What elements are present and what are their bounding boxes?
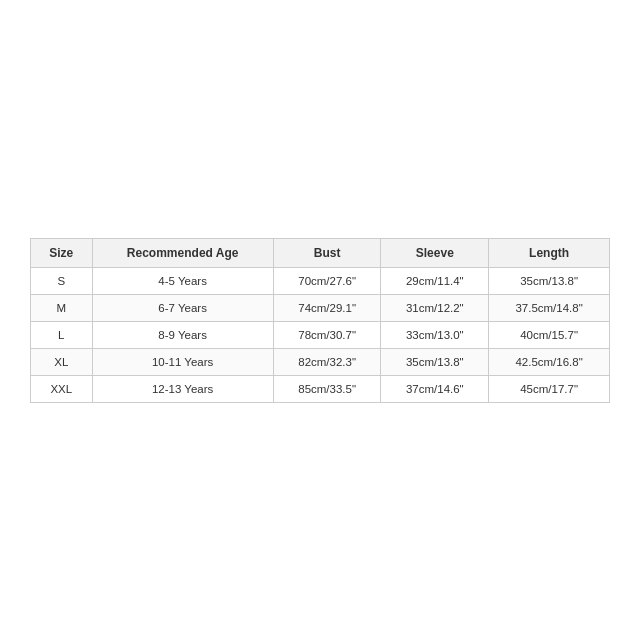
cell-length: 40cm/15.7" bbox=[489, 321, 610, 348]
cell-bust: 82cm/32.3" bbox=[273, 348, 381, 375]
cell-size: M bbox=[31, 294, 93, 321]
cell-size: XXL bbox=[31, 375, 93, 402]
table-header-row: Size Recommended Age Bust Sleeve Length bbox=[31, 238, 610, 267]
table-row: M6-7 Years74cm/29.1"31cm/12.2"37.5cm/14.… bbox=[31, 294, 610, 321]
cell-age: 6-7 Years bbox=[92, 294, 273, 321]
cell-bust: 70cm/27.6" bbox=[273, 267, 381, 294]
cell-bust: 85cm/33.5" bbox=[273, 375, 381, 402]
cell-sleeve: 33cm/13.0" bbox=[381, 321, 489, 348]
cell-age: 12-13 Years bbox=[92, 375, 273, 402]
cell-sleeve: 29cm/11.4" bbox=[381, 267, 489, 294]
size-chart-container: Size Recommended Age Bust Sleeve Length … bbox=[30, 238, 610, 403]
header-sleeve: Sleeve bbox=[381, 238, 489, 267]
header-length: Length bbox=[489, 238, 610, 267]
header-size: Size bbox=[31, 238, 93, 267]
table-row: XL10-11 Years82cm/32.3"35cm/13.8"42.5cm/… bbox=[31, 348, 610, 375]
cell-age: 4-5 Years bbox=[92, 267, 273, 294]
cell-size: S bbox=[31, 267, 93, 294]
cell-length: 45cm/17.7" bbox=[489, 375, 610, 402]
header-age: Recommended Age bbox=[92, 238, 273, 267]
table-row: XXL12-13 Years85cm/33.5"37cm/14.6"45cm/1… bbox=[31, 375, 610, 402]
cell-size: L bbox=[31, 321, 93, 348]
cell-age: 8-9 Years bbox=[92, 321, 273, 348]
table-row: S4-5 Years70cm/27.6"29cm/11.4"35cm/13.8" bbox=[31, 267, 610, 294]
table-row: L8-9 Years78cm/30.7"33cm/13.0"40cm/15.7" bbox=[31, 321, 610, 348]
cell-bust: 78cm/30.7" bbox=[273, 321, 381, 348]
header-bust: Bust bbox=[273, 238, 381, 267]
size-chart-table: Size Recommended Age Bust Sleeve Length … bbox=[30, 238, 610, 403]
cell-bust: 74cm/29.1" bbox=[273, 294, 381, 321]
cell-sleeve: 37cm/14.6" bbox=[381, 375, 489, 402]
cell-size: XL bbox=[31, 348, 93, 375]
cell-sleeve: 31cm/12.2" bbox=[381, 294, 489, 321]
cell-sleeve: 35cm/13.8" bbox=[381, 348, 489, 375]
cell-length: 42.5cm/16.8" bbox=[489, 348, 610, 375]
cell-length: 35cm/13.8" bbox=[489, 267, 610, 294]
cell-length: 37.5cm/14.8" bbox=[489, 294, 610, 321]
cell-age: 10-11 Years bbox=[92, 348, 273, 375]
